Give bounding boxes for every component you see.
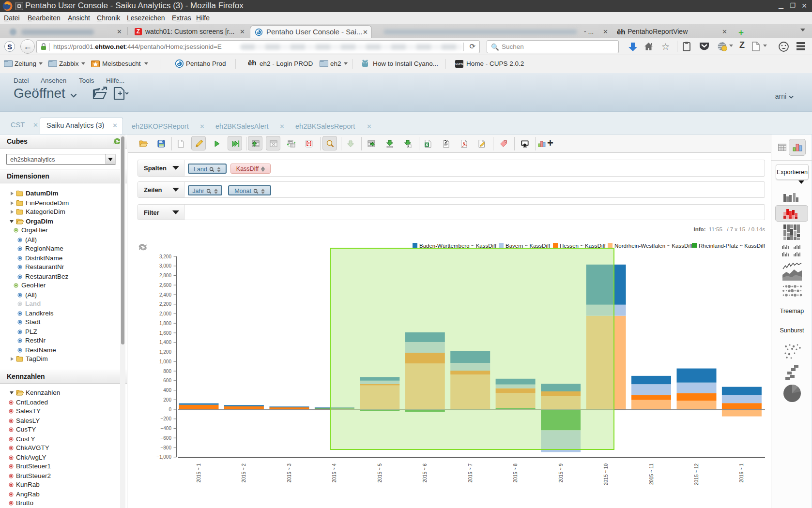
svg-text:2015 ~ 7: 2015 ~ 7 <box>468 463 473 483</box>
svg-text:3,200: 3,200 <box>159 254 171 259</box>
svg-text:1,400: 1,400 <box>159 340 171 345</box>
svg-text:2,800: 2,800 <box>159 273 171 278</box>
svg-text:2015 ~ 2: 2015 ~ 2 <box>241 463 246 483</box>
svg-text:200: 200 <box>163 397 171 403</box>
svg-text:2015 ~ 11: 2015 ~ 11 <box>649 463 654 485</box>
svg-text:2015 ~ 3: 2015 ~ 3 <box>287 463 292 483</box>
svg-text:−200: −200 <box>160 416 171 421</box>
svg-text:3,000: 3,000 <box>159 263 171 269</box>
svg-text:−400: −400 <box>160 426 171 431</box>
svg-text:0: 0 <box>169 407 171 412</box>
svg-text:2015 ~ 9: 2015 ~ 9 <box>558 463 564 483</box>
svg-text:−600: −600 <box>160 435 171 441</box>
svg-text:1,000: 1,000 <box>159 359 171 364</box>
svg-text:600: 600 <box>163 378 171 383</box>
svg-text:2015 ~ 10: 2015 ~ 10 <box>603 463 609 485</box>
svg-text:−1,000: −1,000 <box>156 454 171 460</box>
svg-text:−800: −800 <box>160 445 171 450</box>
svg-text:2015 ~ 4: 2015 ~ 4 <box>332 463 337 483</box>
svg-text:400: 400 <box>163 388 171 393</box>
svg-text:1,800: 1,800 <box>159 321 171 326</box>
svg-text:2015 ~ 1: 2015 ~ 1 <box>196 463 201 483</box>
svg-text:1,600: 1,600 <box>159 330 171 336</box>
svg-text:2,200: 2,200 <box>159 301 171 307</box>
svg-text:1,200: 1,200 <box>159 349 171 355</box>
svg-text:2,600: 2,600 <box>159 283 171 288</box>
svg-text:2015 ~ 6: 2015 ~ 6 <box>422 463 428 483</box>
svg-text:800: 800 <box>163 369 171 374</box>
svg-text:2015 ~ 5: 2015 ~ 5 <box>377 463 383 483</box>
svg-text:2016 ~ 1: 2016 ~ 1 <box>739 463 744 483</box>
svg-text:2,000: 2,000 <box>159 311 171 316</box>
svg-text:2015 ~ 12: 2015 ~ 12 <box>694 463 699 485</box>
svg-text:Rheinland-Pfalz ~ KassDiff: Rheinland-Pfalz ~ KassDiff <box>699 243 766 249</box>
svg-text:2,400: 2,400 <box>159 292 171 298</box>
svg-text:Nordrhein-Westfalen ~ KassDiff: Nordrhein-Westfalen ~ KassDiff <box>614 243 693 249</box>
svg-text:2015 ~ 8: 2015 ~ 8 <box>513 463 518 483</box>
